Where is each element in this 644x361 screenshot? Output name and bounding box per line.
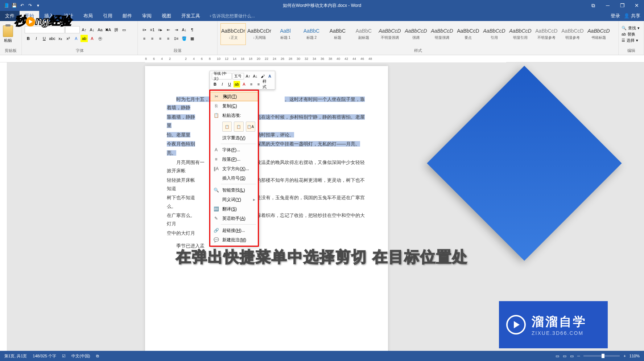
mini-bold-icon[interactable]: B (212, 81, 218, 87)
style-item-10[interactable]: AaBbCcD引用 (482, 23, 507, 45)
vertical-ruler[interactable] (0, 62, 7, 351)
superscript-icon[interactable]: x² (65, 35, 72, 42)
style-item-7[interactable]: AaBbCcD强调 (403, 23, 429, 45)
find-button[interactable]: 🔍 查找 ▾ (622, 25, 640, 31)
cm-new-comment[interactable]: 💬 新建批注(M) (210, 235, 258, 245)
print-layout-icon[interactable]: ▭ (563, 354, 566, 358)
style-item-12[interactable]: AaBbCcD不明显参考 (534, 23, 559, 45)
align-right-icon[interactable]: ≡ (157, 35, 164, 42)
cm-hyperlink[interactable]: 🔗 超链接(H)... (210, 226, 258, 235)
highlight-icon[interactable]: ab (80, 35, 88, 42)
phonetic-icon[interactable]: 拼 (112, 26, 120, 33)
word-count[interactable]: 148/325 个字 (33, 353, 56, 359)
bold-icon[interactable]: B (25, 35, 32, 42)
mini-numbering-icon[interactable]: ≡ (255, 81, 262, 87)
tab-review[interactable]: 审阅 (137, 11, 157, 21)
grow-font-icon[interactable]: A↑ (80, 26, 88, 33)
cm-font[interactable]: A 字体(F)... (210, 145, 258, 155)
web-layout-icon[interactable]: ▭ (570, 354, 574, 358)
align-center-icon[interactable]: ≡ (149, 35, 156, 42)
numbering-icon[interactable]: ≡1 (149, 26, 156, 33)
cm-paragraph[interactable]: ≡ 段落(P)... (210, 155, 258, 164)
horizontal-ruler[interactable]: 8642246810121416182022242628303234363840… (0, 55, 644, 62)
mini-bullets-icon[interactable]: ≡ (248, 81, 255, 87)
decrease-indent-icon[interactable]: ⇤ (165, 26, 172, 33)
undo-icon[interactable]: ↶ (20, 3, 25, 8)
tab-references[interactable]: 引用 (98, 11, 117, 21)
zoom-in-icon[interactable]: + (623, 354, 626, 358)
page-indicator[interactable]: 第1页, 共1页 (4, 353, 27, 359)
style-item-0[interactable]: AaBbCcDr↓正文 (220, 23, 246, 45)
cm-cut[interactable]: ✂ 剪切(T) (210, 92, 258, 101)
restore-icon[interactable]: ❐ (615, 0, 629, 11)
cm-text-direction[interactable]: ‖A 文字方向(X)... (210, 164, 258, 173)
borders-icon[interactable]: ▦ (189, 35, 196, 42)
tell-me-input[interactable]: ♀告诉我您想要做什么... (205, 11, 255, 21)
mini-font-name[interactable]: 等线 (中文) (212, 73, 232, 79)
mini-styles-label[interactable]: 样式 (263, 81, 269, 87)
line-spacing-icon[interactable]: ‡≡ (173, 35, 180, 42)
paste-button[interactable]: 粘贴 (3, 25, 13, 43)
tab-developer[interactable]: 开发工具 (176, 11, 205, 21)
style-item-13[interactable]: AaBbCcD明显参考 (560, 23, 585, 45)
shading-icon[interactable]: 🪣 (181, 35, 188, 42)
replace-button[interactable]: ab 替换 (622, 32, 640, 37)
cm-synonyms[interactable]: 同义词(Y) ▸ (210, 195, 258, 204)
qat-dropdown-icon[interactable]: ▾ (36, 3, 41, 8)
enclose-char-icon[interactable]: ㊥ (96, 35, 104, 42)
multilevel-icon[interactable]: ≡▸ (157, 26, 164, 33)
mini-font-size[interactable]: 五号 (232, 73, 244, 79)
save-icon[interactable]: 💾 (12, 3, 17, 8)
mini-highlight-icon[interactable]: ab (234, 81, 240, 87)
increase-indent-icon[interactable]: ⇥ (173, 26, 180, 33)
minimize-icon[interactable]: ─ (600, 0, 615, 11)
cm-hanzi[interactable]: 汉字重选(V) (210, 133, 258, 143)
track-changes-icon[interactable]: ⧉ (96, 354, 99, 358)
cm-english-assist[interactable]: ✎ 英语助手(A) (210, 214, 258, 223)
style-item-6[interactable]: AaBbCcD不明显强调 (377, 23, 402, 45)
style-item-14[interactable]: AaBbCcD书籍标题 (586, 23, 611, 45)
style-item-5[interactable]: AaBbC副标题 (351, 23, 376, 45)
share-button[interactable]: 👤 共享 (624, 13, 640, 19)
style-item-11[interactable]: AaBbCcD明显引用 (508, 23, 533, 45)
border-char-icon[interactable]: ▭ (120, 26, 128, 33)
clear-format-icon[interactable]: ✖A (104, 26, 112, 33)
cm-translate[interactable]: 🔤 翻译(S) (210, 204, 258, 214)
mini-font-color-icon[interactable]: A (241, 81, 247, 87)
mini-underline-icon[interactable]: U (226, 81, 233, 87)
underline-icon[interactable]: U (41, 35, 48, 42)
tab-view[interactable]: 视图 (157, 11, 176, 21)
paste-merge-icon[interactable]: 📋 (234, 122, 243, 132)
style-item-4[interactable]: AaBbC标题 (325, 23, 350, 45)
paste-keep-source-icon[interactable]: 📋 (222, 122, 232, 132)
font-color-icon[interactable]: A (88, 35, 96, 42)
style-item-9[interactable]: AaBbCcD要点 (455, 23, 481, 45)
styles-gallery[interactable]: AaBbCcDr↓正文AaBbCcDr↓无间隔AaBl标题 1AaBbC标题 2… (220, 23, 615, 45)
show-marks-icon[interactable]: ¶ (189, 26, 196, 33)
read-mode-icon[interactable]: ▭ (556, 354, 559, 358)
cm-insert-symbol[interactable]: 插入符号(S) (210, 173, 258, 183)
document-page[interactable]: 时为七月十五， 。这时才有时间一个人坐在院子里，靠着墙，静静 靠着墙，静静 群山… (145, 66, 388, 351)
proofing-icon[interactable]: ☑ (62, 354, 66, 358)
tab-mailings[interactable]: 邮件 (117, 11, 137, 21)
style-item-8[interactable]: AaBbCcD明显强调 (429, 23, 455, 45)
zoom-slider[interactable] (583, 355, 620, 357)
text-effects-icon[interactable]: A (73, 35, 80, 42)
zoom-out-icon[interactable]: ─ (577, 354, 580, 358)
align-left-icon[interactable]: ≡ (141, 35, 148, 42)
close-icon[interactable]: ✕ (629, 0, 644, 11)
mini-shrink-font-icon[interactable]: A↓ (252, 73, 259, 79)
redo-icon[interactable]: ↷ (28, 3, 33, 8)
style-item-3[interactable]: AaBbC标题 2 (299, 23, 324, 45)
cm-copy[interactable]: ⎘ 复制(C) (210, 101, 258, 111)
paste-text-only-icon[interactable]: 📋A (246, 122, 255, 132)
tab-layout[interactable]: 布局 (78, 11, 98, 21)
mini-grow-font-icon[interactable]: A↑ (245, 73, 251, 79)
ribbon-display-icon[interactable]: ⧉ (586, 0, 600, 11)
style-item-2[interactable]: AaBl标题 1 (273, 23, 298, 45)
mini-italic-icon[interactable]: I (219, 81, 226, 87)
strikethrough-icon[interactable]: abc (49, 35, 56, 42)
language-indicator[interactable]: 中文(中国) (71, 353, 90, 359)
style-item-1[interactable]: AaBbCcDr↓无间隔 (247, 23, 272, 45)
italic-icon[interactable]: I (33, 35, 40, 42)
